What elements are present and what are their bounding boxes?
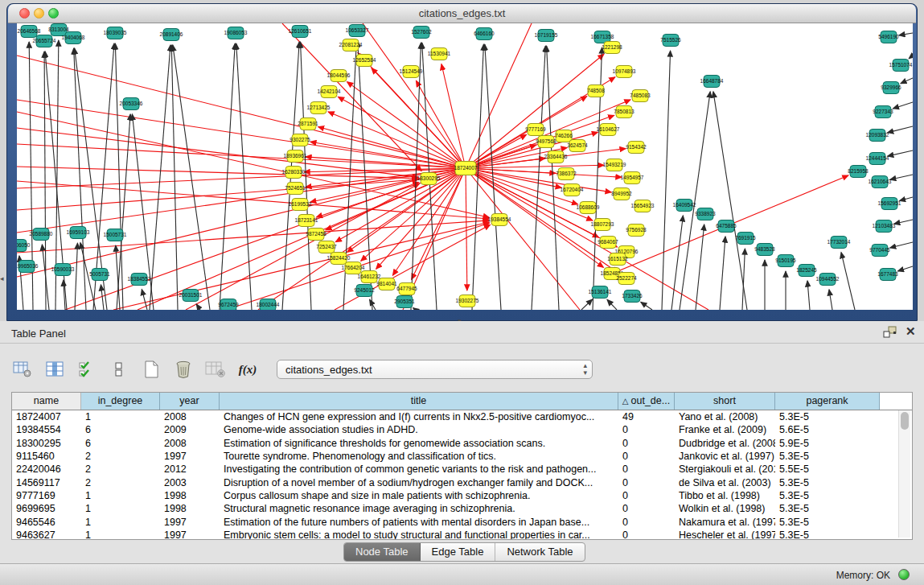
graph-edge-black[interactable] <box>641 302 652 310</box>
graph-edge-black[interactable] <box>807 281 810 310</box>
network-view[interactable]: 2064656820655724831300419404068180390352… <box>17 23 913 310</box>
table-row[interactable]: 1456911722003Disruption of a novel membe… <box>12 476 912 488</box>
column-header-short[interactable]: short <box>675 393 775 410</box>
graph-node-label: 16210643 <box>869 179 892 184</box>
graph-edge-black[interactable] <box>150 45 170 310</box>
graph-node-label: 18039035 <box>104 30 127 35</box>
graph-edge-black[interactable] <box>899 33 913 35</box>
graph-edge-black[interactable] <box>901 78 913 84</box>
graph-edge-red[interactable] <box>17 56 466 168</box>
table-row[interactable]: 1938455462009Genome-wide association stu… <box>12 423 912 436</box>
cell-pagerank: 5.6E-5 <box>775 424 880 435</box>
column-header-out-de-[interactable]: △out_de... <box>618 393 675 410</box>
graph-edge-black[interactable] <box>75 243 77 310</box>
cell-year: 2003 <box>160 477 220 488</box>
graph-edge-black[interactable] <box>897 266 913 271</box>
cell-name: 9777169 <box>12 490 81 501</box>
graph-edge-black[interactable] <box>893 102 913 109</box>
tab-node-table[interactable]: Node Table <box>344 543 421 561</box>
graph-node-label: 9872458 <box>306 231 326 237</box>
cell-in-degree: 1 <box>81 517 160 528</box>
graph-edge-black[interactable] <box>74 48 86 310</box>
graph-edge-red[interactable] <box>17 220 489 253</box>
graph-edge-black[interactable] <box>607 299 617 310</box>
table-row[interactable]: 1872400712008Changes of HCN gene express… <box>12 410 912 423</box>
new-column-icon[interactable] <box>140 358 162 381</box>
delete-table-icon[interactable] <box>204 358 227 381</box>
collapse-panel-icon[interactable]: ◂ <box>0 274 4 282</box>
graph-edge-black[interactable] <box>888 126 913 133</box>
graph-edge-black[interactable] <box>890 242 913 248</box>
graph-edge-black[interactable] <box>888 150 913 156</box>
graph-edge-black[interactable] <box>173 45 210 310</box>
graph-edge-black[interactable] <box>236 43 252 310</box>
graph-edge-black[interactable] <box>900 197 913 201</box>
memory-ok-icon[interactable] <box>898 569 910 580</box>
table-row[interactable]: 911546021997Tourette syndrome. Phenomeno… <box>12 450 912 463</box>
graph-edge-red[interactable] <box>17 181 489 219</box>
column-header-title[interactable]: title <box>220 393 618 410</box>
graph-edge-black[interactable] <box>720 237 725 310</box>
graph-node-label: 9684067 <box>598 239 618 245</box>
graph-edge-black[interactable] <box>581 299 593 310</box>
table-row[interactable]: 2242004622012Investigating the contribut… <box>12 463 912 476</box>
graph-edge-black[interactable] <box>909 56 913 59</box>
graph-edge-red[interactable] <box>441 64 466 168</box>
graph-edge-black[interactable] <box>220 43 235 310</box>
graph-edge-red[interactable] <box>466 168 708 310</box>
cell-title: Tourette syndrome. Phenomenology and cla… <box>220 451 618 462</box>
graph-edge-black[interactable] <box>196 304 200 310</box>
select-columns-icon[interactable] <box>76 358 98 381</box>
column-visibility-icon[interactable] <box>43 358 66 381</box>
table-scrollbar[interactable] <box>898 410 910 538</box>
function-builder-icon[interactable]: f(x) <box>236 358 259 381</box>
graph-edge-red[interactable] <box>17 179 418 210</box>
table-row[interactable]: 946554611997Estimation of the future num… <box>12 515 912 528</box>
graph-edge-red[interactable] <box>466 168 467 290</box>
table-row[interactable]: 946362711997Embryonic stem cells: a mode… <box>12 529 912 540</box>
graph-edge-black[interactable] <box>713 92 747 310</box>
graph-node-label: 9777169 <box>525 126 546 132</box>
graph-edge-black[interactable] <box>890 175 913 179</box>
table-row[interactable]: 977716911998Corpus callosum shape and si… <box>12 489 912 502</box>
graph-edge-red[interactable] <box>318 127 466 168</box>
graph-node-label: 16280330 <box>282 169 306 175</box>
tab-edge-table[interactable]: Edge Table <box>421 543 496 561</box>
graph-edge-black[interactable] <box>101 285 104 310</box>
column-header-name[interactable]: name <box>12 393 81 410</box>
cell-in-degree: 6 <box>81 424 160 435</box>
graph-node-label: 18723141 <box>295 217 318 223</box>
row-height-icon[interactable] <box>108 358 130 381</box>
network-svg[interactable]: 2064656820655724831300419404068180390352… <box>17 23 913 310</box>
network-table-select[interactable]: citations_edges.txt ▴▾ <box>277 360 593 379</box>
graph-edge-red[interactable] <box>316 168 466 217</box>
graph-node-label: 7252437 <box>316 244 337 249</box>
delete-column-icon[interactable] <box>172 358 195 381</box>
graph-node-label: 5005731 <box>89 271 110 277</box>
table-scrollbar-thumb[interactable] <box>901 412 909 430</box>
window-titlebar[interactable]: citations_edges.txt <box>8 4 916 23</box>
graph-edge-red[interactable] <box>17 128 418 177</box>
tab-network-table[interactable]: Network Table <box>495 543 584 561</box>
graph-edge-red[interactable] <box>17 167 418 179</box>
column-header-in-degree[interactable]: in_degree <box>81 393 160 410</box>
table-row[interactable]: 1830029562008Estimation of significance … <box>12 437 912 450</box>
graph-edge-red[interactable] <box>17 144 466 168</box>
table-settings-icon[interactable] <box>11 358 34 381</box>
table-row[interactable]: 969969511998Structural magnetic resonanc… <box>12 502 912 515</box>
graph-node-label: 18724007 <box>454 165 478 171</box>
cell-pagerank: 5.3E-5 <box>775 503 880 514</box>
close-panel-icon[interactable]: ✕ <box>906 324 916 339</box>
graph-edge-black[interactable] <box>894 220 913 224</box>
column-header-year[interactable]: year <box>160 393 220 410</box>
column-header-pagerank[interactable]: pagerank <box>775 393 880 410</box>
graph-edge-black[interactable] <box>662 51 671 310</box>
graph-edge-black[interactable] <box>413 308 416 310</box>
graph-edge-red[interactable] <box>416 80 466 168</box>
graph-edge-black[interactable] <box>532 46 545 310</box>
graph-edge-black[interactable] <box>841 253 855 310</box>
graph-edge-red[interactable] <box>466 23 532 168</box>
float-panel-icon[interactable] <box>883 326 897 339</box>
graph-edge-black[interactable] <box>829 290 832 310</box>
graph-node-label: 1221298 <box>602 44 622 50</box>
